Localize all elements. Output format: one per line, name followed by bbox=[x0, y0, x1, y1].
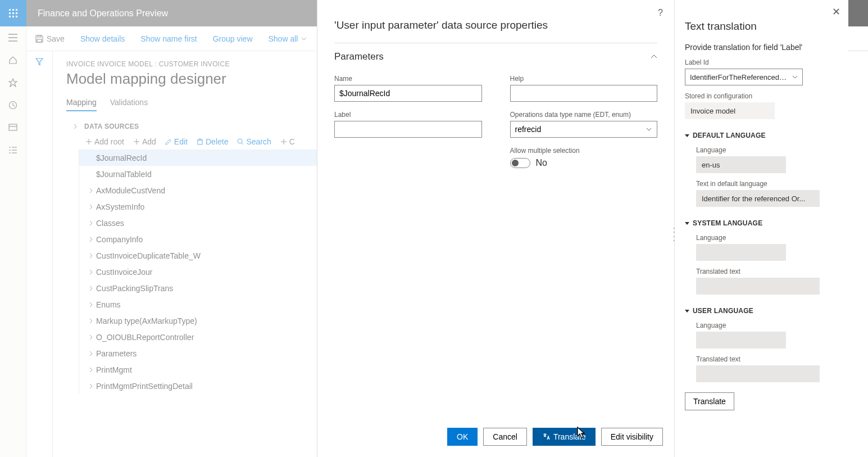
edit-button[interactable]: Edit bbox=[165, 137, 188, 146]
home-icon[interactable] bbox=[0, 49, 26, 71]
translate-button[interactable]: Translate bbox=[533, 428, 596, 446]
data-sources-actions: Add root Add Edit Delete Search C bbox=[85, 137, 317, 146]
expand-icon[interactable] bbox=[86, 383, 96, 389]
data-source-item-label: PrintMgmt bbox=[96, 365, 132, 374]
data-source-tree: $JournalRecId$JournalTableIdAxModuleCust… bbox=[79, 150, 317, 394]
filter-icon[interactable] bbox=[35, 58, 43, 457]
data-source-item[interactable]: CustPackingSlipTrans bbox=[79, 280, 317, 296]
svg-rect-3 bbox=[9, 12, 11, 14]
help-label: Help bbox=[510, 75, 658, 83]
cancel-button[interactable]: Cancel bbox=[483, 428, 527, 446]
main-content: INVOICE INVOICE MODEL : CUSTOMER INVOICE… bbox=[53, 51, 317, 457]
label-id-label: Label Id bbox=[685, 58, 838, 66]
data-source-item[interactable]: AxModuleCustVend bbox=[79, 182, 317, 198]
expand-icon[interactable] bbox=[86, 286, 96, 291]
triangle-down-icon bbox=[685, 133, 689, 138]
data-source-item[interactable]: CompanyInfo bbox=[79, 231, 317, 247]
data-source-item-label: CompanyInfo bbox=[96, 235, 143, 244]
data-source-item[interactable]: Enums bbox=[79, 296, 317, 313]
expand-icon[interactable] bbox=[86, 318, 96, 324]
show-name-first-button[interactable]: Show name first bbox=[140, 34, 197, 43]
user-text-value[interactable] bbox=[696, 365, 820, 382]
name-input[interactable] bbox=[334, 85, 482, 102]
data-source-item[interactable]: $JournalTableId bbox=[79, 166, 317, 182]
hamburger-icon[interactable] bbox=[0, 26, 26, 49]
show-details-button[interactable]: Show details bbox=[80, 34, 125, 43]
data-source-item[interactable]: Parameters bbox=[79, 345, 317, 361]
expand-icon[interactable] bbox=[86, 237, 96, 242]
expand-icon[interactable] bbox=[86, 334, 96, 340]
expand-icon[interactable] bbox=[86, 302, 96, 307]
save-button[interactable]: Save bbox=[35, 34, 65, 43]
chevron-down-icon[interactable] bbox=[646, 128, 652, 131]
user-lang-value[interactable] bbox=[696, 332, 786, 349]
help-icon[interactable]: ? bbox=[658, 8, 663, 18]
data-source-item-label: CustInvoiceJour bbox=[96, 268, 152, 277]
system-lang-value[interactable] bbox=[696, 244, 786, 261]
system-text-value[interactable] bbox=[696, 278, 820, 295]
panel-translate-button[interactable]: Translate bbox=[685, 392, 734, 410]
translation-panel: ✕ Text translation Provide translation f… bbox=[674, 0, 848, 457]
expand-icon[interactable] bbox=[86, 220, 96, 226]
svg-rect-4 bbox=[12, 12, 14, 14]
expand-icon[interactable] bbox=[86, 269, 96, 275]
delete-button[interactable]: Delete bbox=[197, 137, 228, 146]
stored-label: Stored in configuration bbox=[685, 92, 838, 100]
svg-rect-8 bbox=[16, 16, 17, 17]
svg-rect-13 bbox=[9, 124, 17, 130]
search-button[interactable]: Search bbox=[237, 137, 271, 146]
tab-validations[interactable]: Validations bbox=[110, 98, 148, 111]
data-source-item[interactable]: AxSystemInfo bbox=[79, 198, 317, 215]
save-label: Save bbox=[47, 34, 65, 43]
data-source-item[interactable]: O_OIOUBLReportController bbox=[79, 329, 317, 345]
data-source-item-label: PrintMgmtPrintSettingDetail bbox=[96, 382, 193, 391]
expand-icon[interactable] bbox=[86, 204, 96, 210]
chevron-up-icon bbox=[651, 55, 657, 59]
label-id-select[interactable]: IdentifierForTheReferencedOr... bbox=[685, 69, 803, 85]
add-root-button[interactable]: Add root bbox=[85, 137, 124, 146]
svg-rect-5 bbox=[16, 12, 17, 14]
system-text-label: Translated text bbox=[696, 268, 838, 275]
data-source-item[interactable]: Markup type(AxMarkupType) bbox=[79, 313, 317, 329]
ok-button[interactable]: OK bbox=[447, 428, 478, 446]
svg-rect-2 bbox=[16, 9, 17, 11]
data-source-item[interactable]: $JournalRecId bbox=[79, 150, 317, 166]
default-lang-label: Language bbox=[696, 146, 838, 154]
svg-point-30 bbox=[238, 139, 242, 143]
data-source-item[interactable]: CustInvoiceJour bbox=[79, 264, 317, 280]
properties-panel: 'User input parameter' data source prope… bbox=[317, 0, 674, 457]
data-source-item[interactable]: CustInvoiceDuplicateTable_W bbox=[79, 247, 317, 264]
triangle-down-icon bbox=[685, 309, 689, 313]
recent-icon[interactable] bbox=[0, 94, 26, 116]
expand-icon[interactable] bbox=[86, 351, 96, 356]
data-source-item[interactable]: PrintMgmt bbox=[79, 361, 317, 378]
edt-label: Operations data type name (EDT, enum) bbox=[510, 111, 658, 119]
data-source-item[interactable]: Classes bbox=[79, 215, 317, 231]
copy-button[interactable]: C bbox=[280, 137, 295, 146]
allow-multi-toggle[interactable] bbox=[510, 158, 530, 168]
favorite-icon[interactable] bbox=[0, 71, 26, 94]
tab-mapping[interactable]: Mapping bbox=[66, 98, 97, 111]
system-language-section-header[interactable]: SYSTEM LANGUAGE bbox=[685, 219, 838, 227]
expand-icon[interactable] bbox=[86, 253, 96, 259]
parameters-section-header[interactable]: Parameters bbox=[334, 43, 657, 62]
edit-visibility-button[interactable]: Edit visibility bbox=[601, 428, 663, 446]
user-language-section-header[interactable]: USER LANGUAGE bbox=[685, 307, 838, 315]
show-all-button[interactable]: Show all bbox=[269, 34, 307, 43]
app-launcher-icon[interactable] bbox=[0, 0, 26, 26]
triangle-down-icon bbox=[685, 221, 689, 225]
expand-icon[interactable] bbox=[86, 367, 96, 373]
modules-icon[interactable] bbox=[0, 139, 26, 161]
label-input[interactable] bbox=[334, 121, 482, 138]
add-button[interactable]: Add bbox=[133, 137, 156, 146]
expand-icon[interactable] bbox=[86, 188, 96, 193]
data-source-item[interactable]: PrintMgmtPrintSettingDetail bbox=[79, 378, 317, 394]
default-language-section-header[interactable]: DEFAULT LANGUAGE bbox=[685, 132, 838, 139]
help-field: Help bbox=[510, 75, 658, 102]
expand-icon[interactable] bbox=[70, 124, 81, 129]
group-view-button[interactable]: Group view bbox=[213, 34, 253, 43]
workspaces-icon[interactable] bbox=[0, 116, 26, 139]
close-icon[interactable]: ✕ bbox=[832, 6, 840, 18]
help-input[interactable] bbox=[510, 85, 658, 102]
edt-input[interactable] bbox=[510, 121, 658, 138]
